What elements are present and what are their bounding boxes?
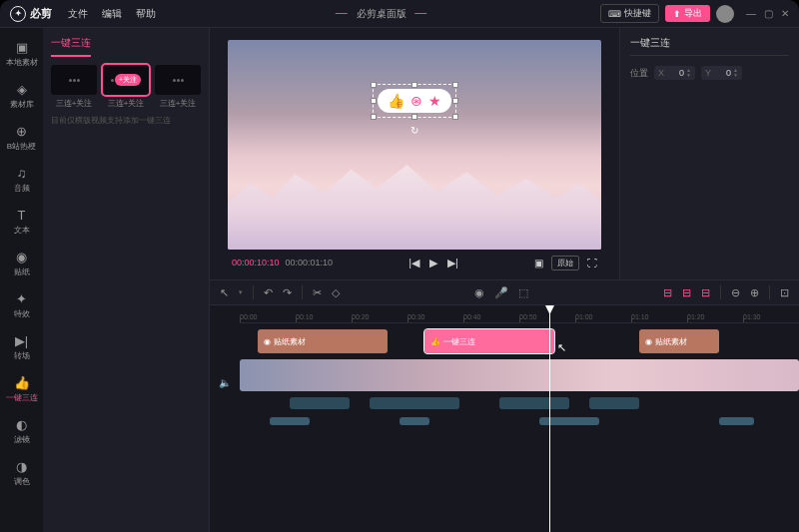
timeline-body[interactable]: 00:00 00:10 00:20 00:30 00:40 00:50 01:0… — [240, 305, 799, 532]
timeline: 🔈 00:00 00:10 00:20 00:30 00:40 00:50 01… — [210, 305, 799, 532]
tracks: ◉贴纸素材 👍一键三连 ◉贴纸素材 — [240, 329, 799, 427]
sidebar-item-transition[interactable]: ▶|转场 — [2, 327, 42, 367]
sidebar-item-effect[interactable]: ✦特效 — [2, 285, 42, 325]
sparkle-icon: ✦ — [16, 291, 27, 306]
audio-track-2[interactable] — [240, 417, 799, 427]
triple-overlay: 👍 ⊛ ★ — [378, 89, 451, 113]
clip-a2-3[interactable] — [539, 417, 599, 425]
crop-icon[interactable]: ▣ — [534, 258, 543, 268]
properties-panel: 一键三连 位置 X0 ▲▼ Y0 ▲▼ — [619, 28, 799, 279]
next-frame-button[interactable]: ▶| — [447, 257, 458, 269]
handle-ml[interactable] — [371, 98, 377, 104]
sidebar-item-audio[interactable]: ♫音频 — [2, 160, 42, 200]
overlay-selection[interactable]: 👍 ⊛ ★ ↻ — [373, 84, 456, 118]
close-button[interactable]: ✕ — [781, 8, 789, 19]
zoom-fit-button[interactable]: ⊡ — [780, 286, 789, 299]
sidebar-item-color[interactable]: ◑调色 — [2, 453, 42, 493]
logo-icon: ✦ — [10, 6, 26, 22]
export-button[interactable]: ⬆ 导出 — [665, 5, 710, 22]
sticker-clip-icon-2: ◉ — [645, 337, 652, 346]
clip-sticker-2[interactable]: ◉贴纸素材 — [639, 329, 719, 353]
timeline-ruler[interactable]: 00:00 00:10 00:20 00:30 00:40 00:50 01:0… — [240, 305, 799, 323]
rotate-handle[interactable]: ↻ — [410, 125, 418, 136]
playhead[interactable] — [549, 305, 550, 532]
library-icon: ◈ — [17, 82, 27, 97]
pointer-tool[interactable]: ↖ — [220, 286, 229, 299]
sidebar-item-meme[interactable]: ⊕B站热梗 — [2, 118, 42, 158]
clip-a2-1[interactable] — [270, 417, 310, 425]
snap-1[interactable]: ⊟ — [663, 286, 672, 299]
titlebar: ✦ 必剪 文件 编辑 帮助 — 必剪桌面版 — ⌨ 快捷键 ⬆ 导出 — ▢ — [0, 0, 799, 28]
audio-track-1[interactable] — [240, 397, 799, 411]
cut-button[interactable]: ✂ — [313, 286, 322, 299]
menu-file[interactable]: 文件 — [62, 4, 94, 24]
aspect-ratio[interactable]: 原始 — [551, 256, 579, 270]
record-button[interactable]: ◉ — [474, 286, 484, 299]
menu-edit[interactable]: 编辑 — [96, 4, 128, 24]
handle-tl[interactable] — [371, 82, 377, 88]
zoom-in-button[interactable]: ⊕ — [750, 286, 759, 299]
zoom-out-button[interactable]: ⊖ — [731, 286, 740, 299]
sticker-track[interactable]: ◉贴纸素材 👍一键三连 ◉贴纸素材 — [240, 329, 799, 353]
music-icon: ♫ — [17, 166, 27, 181]
mute-button[interactable]: 🔈 — [219, 377, 231, 388]
clip-audio-2[interactable] — [370, 397, 459, 409]
clip-a2-2[interactable] — [400, 417, 429, 425]
handle-tr[interactable] — [452, 82, 458, 88]
app-name: 必剪 — [30, 6, 52, 21]
clip-audio-3[interactable] — [499, 397, 569, 409]
redo-button[interactable]: ↷ — [283, 286, 292, 299]
sidebar-item-text[interactable]: T文本 — [2, 202, 42, 242]
title-center: — 必剪桌面版 — — [172, 6, 590, 21]
shortcut-button[interactable]: ⌨ 快捷键 — [600, 4, 659, 23]
clip-video[interactable] — [240, 359, 799, 391]
mic-button[interactable]: 🎤 — [494, 286, 508, 299]
clip-a2-4[interactable] — [719, 417, 754, 425]
like-icon: 👍 — [388, 93, 404, 109]
snap-3[interactable]: ⊟ — [701, 286, 710, 299]
asset-thumb-1 — [51, 65, 97, 95]
y-input[interactable]: Y0 ▲▼ — [701, 66, 742, 80]
asset-card-1[interactable]: 三连+关注 — [51, 65, 97, 109]
folder-icon: ▣ — [16, 40, 28, 55]
video-track[interactable] — [240, 359, 799, 391]
props-title: 一键三连 — [630, 36, 789, 56]
clip-combo[interactable]: 👍一键三连 — [424, 329, 554, 353]
x-input[interactable]: X0 ▲▼ — [654, 66, 695, 80]
text-icon: T — [18, 208, 26, 223]
avatar[interactable] — [716, 5, 734, 23]
preview-canvas[interactable]: 👍 ⊛ ★ ↻ — [228, 40, 601, 250]
preview-panel: 👍 ⊛ ★ ↻ — [210, 28, 619, 279]
asset-hint: 目前仅横版视频支持添加一键三连 — [51, 115, 201, 126]
window-controls: — ▢ ✕ — [746, 8, 789, 19]
snap-2[interactable]: ⊟ — [682, 286, 691, 299]
sidebar-item-triple[interactable]: 👍一键三连 — [2, 369, 42, 409]
maximize-button[interactable]: ▢ — [764, 8, 773, 19]
undo-button[interactable]: ↶ — [264, 286, 273, 299]
handle-tm[interactable] — [411, 82, 417, 88]
sidebar-item-filter[interactable]: ◐滤镜 — [2, 411, 42, 451]
clip-sticker-1[interactable]: ◉贴纸素材 — [258, 329, 388, 353]
meme-icon: ⊕ — [16, 124, 27, 139]
sidebar-item-library[interactable]: ◈素材库 — [2, 76, 42, 116]
clip-audio-1[interactable] — [290, 397, 350, 409]
prev-frame-button[interactable]: |◀ — [408, 257, 419, 269]
position-row: 位置 X0 ▲▼ Y0 ▲▼ — [630, 66, 789, 80]
handle-bl[interactable] — [371, 114, 377, 120]
sidebar-item-sticker[interactable]: ◉贴纸 — [2, 244, 42, 283]
sticker-icon: ◉ — [16, 250, 27, 265]
delete-button[interactable]: ◇ — [332, 286, 340, 299]
asset-card-3[interactable]: 三连+关注 — [155, 65, 201, 109]
fullscreen-button[interactable]: ⛶ — [587, 258, 597, 268]
menu-help[interactable]: 帮助 — [130, 4, 162, 24]
handle-br[interactable] — [452, 114, 458, 120]
play-button[interactable]: ▶ — [429, 257, 437, 269]
minimize-button[interactable]: — — [746, 8, 756, 19]
sidebar-item-local[interactable]: ▣本地素材 — [2, 34, 42, 74]
asset-card-2[interactable]: +关注 三连+关注 — [103, 65, 149, 109]
handle-bm[interactable] — [411, 114, 417, 120]
caption-button[interactable]: ⬚ — [518, 286, 528, 299]
clip-audio-4[interactable] — [589, 397, 639, 409]
handle-mr[interactable] — [452, 98, 458, 104]
palette-icon: ◑ — [16, 459, 27, 474]
